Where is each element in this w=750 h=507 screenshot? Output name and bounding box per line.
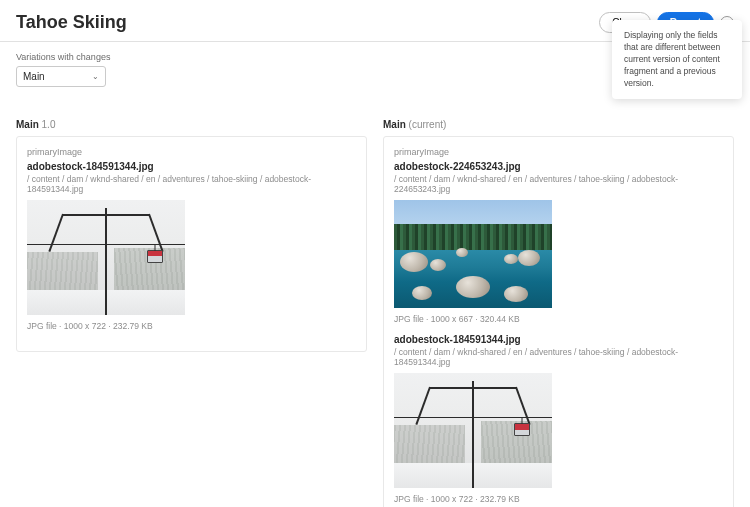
variations-select[interactable]: Main ⌄ xyxy=(16,66,106,87)
version-heading-main: Main xyxy=(383,119,406,130)
property-label: primaryImage xyxy=(27,147,356,157)
version-heading-previous: Main 1.0 xyxy=(16,119,367,130)
property-label: primaryImage xyxy=(394,147,723,157)
variations-select-value: Main xyxy=(23,71,45,82)
version-heading-sub: 1.0 xyxy=(42,119,56,130)
card-current: primaryImage adobestock-224653243.jpg / … xyxy=(383,136,734,507)
chevron-down-icon: ⌄ xyxy=(92,72,99,81)
version-column-previous: Main 1.0 primaryImage adobestock-1845913… xyxy=(16,119,367,507)
version-column-current: Main (current) primaryImage adobestock-2… xyxy=(383,119,734,507)
asset-caption: JPG file · 1000 x 722 · 232.79 KB xyxy=(27,321,356,331)
version-heading-main: Main xyxy=(16,119,39,130)
info-tooltip: Displaying only the fields that are diff… xyxy=(612,20,742,99)
asset-new-thumbnail[interactable] xyxy=(394,200,552,308)
asset-new-filename: adobestock-224653243.jpg xyxy=(394,161,723,172)
asset-new-caption: JPG file · 1000 x 667 · 320.44 KB xyxy=(394,314,723,324)
asset-old-caption: JPG file · 1000 x 722 · 232.79 KB xyxy=(394,494,723,504)
asset-new-filepath: / content / dam / wknd-shared / en / adv… xyxy=(394,174,723,194)
card-previous: primaryImage adobestock-184591344.jpg / … xyxy=(16,136,367,352)
asset-old-filepath: / content / dam / wknd-shared / en / adv… xyxy=(394,347,723,367)
compare-row: Main 1.0 primaryImage adobestock-1845913… xyxy=(0,91,750,507)
version-heading-current: Main (current) xyxy=(383,119,734,130)
asset-filename: adobestock-184591344.jpg xyxy=(27,161,356,172)
asset-thumbnail[interactable] xyxy=(27,200,185,315)
asset-filepath: / content / dam / wknd-shared / en / adv… xyxy=(27,174,356,194)
asset-old-filename: adobestock-184591344.jpg xyxy=(394,334,723,345)
asset-old-thumbnail[interactable] xyxy=(394,373,552,488)
version-heading-sub: (current) xyxy=(409,119,447,130)
page-title: Tahoe Skiing xyxy=(16,12,127,33)
